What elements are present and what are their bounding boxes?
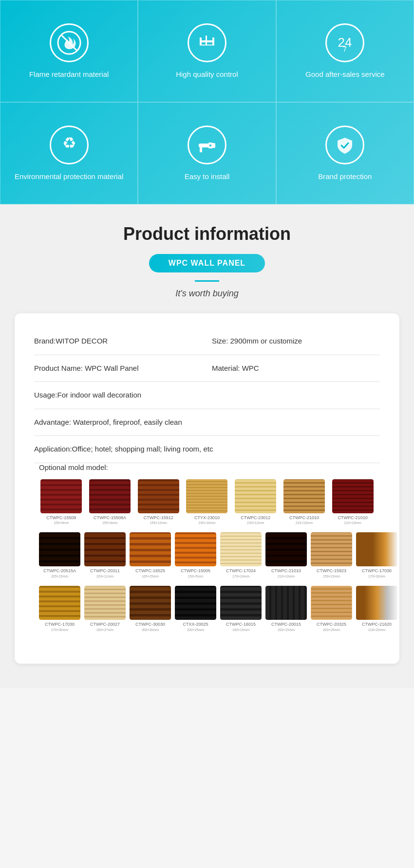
size-value: Size: 2900mm or customize: [212, 336, 380, 347]
list-item: CTWPC-15923 159×23mm: [311, 532, 352, 578]
list-item: CTWPC-16015 160×15mm: [220, 586, 262, 632]
list-item: CTWPC-21010 210×10mm: [265, 532, 307, 578]
product-row-2: CTWPC-20515A 205×15mm CTWPC-20311 203×11…: [39, 532, 375, 578]
list-item: CTWPC-23012 230×12mm: [233, 479, 278, 525]
svg-rect-5: [206, 36, 207, 45]
list-item: CTWPC-17030 170×30mm: [356, 532, 397, 578]
banner-section: Flame retardant material High quality co…: [0, 0, 414, 204]
shield-check-icon: [325, 126, 364, 164]
application-value: Application:Office; hotel; shopping mall…: [34, 445, 213, 453]
list-item: CTWPC-15509 155×9mm: [39, 479, 84, 525]
advantage-value: Advantage: Waterproof, fireproof, easily…: [34, 418, 182, 426]
product-info-section: Product information WPC WALL PANEL It's …: [0, 204, 414, 688]
svg-rect-3: [200, 37, 202, 45]
product-row-1: CTWPC-15509 155×9mm CTWPC-15508A 155×8mm…: [39, 479, 375, 525]
data-row-brand: Brand:WITOP DECOR Size: 2900mm or custom…: [34, 328, 380, 355]
list-item: CTWPC-15912 159×12mm: [136, 479, 181, 525]
list-item: CTWPC-20311 203×11mm: [84, 532, 126, 578]
product-name-value: Product Name: WPC Wall Panel: [34, 363, 202, 374]
list-item: CTWPC-21010 210×10mm: [282, 479, 327, 525]
section-title: Product information: [10, 224, 404, 244]
data-row-application: Application:Office; hotel; shopping mall…: [34, 436, 380, 463]
data-card: Brand:WITOP DECOR Size: 2900mm or custom…: [15, 313, 399, 664]
banner-cell-brand-protection: Brand protection: [276, 102, 414, 204]
flame-retardant-label: Flame retardant material: [29, 69, 109, 79]
quality-control-label: High quality control: [176, 69, 238, 79]
optional-label: Optional mold model:: [39, 463, 375, 471]
brand-value: Brand:WITOP DECOR: [34, 336, 202, 347]
subtitle: It's worth buying: [10, 289, 404, 299]
list-item: CTWPC-15508A 155×8mm: [88, 479, 132, 525]
brand-protection-label: Brand protection: [318, 171, 372, 181]
product-row-3: CTWPC-17030 170×30mm CTWPC-20027 200×27m…: [39, 586, 375, 632]
banner-cell-after-sales: 24 7 Good after-sales service: [276, 0, 414, 102]
environmental-label: Environmental protection material: [15, 171, 123, 181]
no-fire-icon: [50, 23, 89, 62]
list-item: CTWPC-20027 200×27mm: [84, 586, 126, 632]
svg-text:♻: ♻: [62, 134, 76, 152]
caliper-icon: [188, 23, 226, 62]
data-row-usage: Usage:For indoor wall decoration: [34, 382, 380, 409]
svg-rect-15: [200, 147, 202, 152]
banner-cell-flame-retardant: Flame retardant material: [0, 0, 138, 102]
list-item: CTWPC-20515A 205×15mm: [39, 532, 80, 578]
product-info-content: Product information WPC WALL PANEL It's …: [10, 224, 404, 664]
list-item: CTWPC-21620 216×20mm: [356, 586, 397, 632]
recycle-icon: ♻: [50, 126, 89, 164]
list-item: CTWPC-21010 210×10mm: [330, 479, 375, 525]
products-section: Optional mold model: CTWPC-15509 155×9mm…: [34, 463, 380, 649]
svg-rect-6: [200, 44, 214, 46]
after-sales-label: Good after-sales service: [305, 69, 385, 79]
data-row-advantage: Advantage: Waterproof, fireproof, easily…: [34, 409, 380, 436]
list-item: CTWPC-30030 300×30mm: [130, 586, 171, 632]
list-item: CTYX-23010 230×10mm: [185, 479, 229, 525]
easy-install-label: Easy to install: [185, 171, 230, 181]
usage-value: Usage:For indoor wall decoration: [34, 391, 141, 399]
list-item: CTWPC-16525 165×25mm: [130, 532, 171, 578]
banner-cell-quality-control: High quality control: [138, 0, 276, 102]
material-value: Material: WPC: [212, 363, 380, 374]
list-item: CTWPC-20325 203×25mm: [311, 586, 352, 632]
list-item: CTXX-20025 200×25mm: [175, 586, 216, 632]
list-item: CTWPC-17024 170×24mm: [220, 532, 262, 578]
list-item: CTWPC-20015 200×15mm: [265, 586, 307, 632]
svg-rect-11: [199, 144, 209, 147]
drill-icon: [188, 126, 226, 164]
data-row-product-name: Product Name: WPC Wall Panel Material: W…: [34, 355, 380, 382]
wpc-badge: WPC WALL PANEL: [149, 254, 265, 272]
list-item: CTWPC-17030 170×30mm: [39, 586, 80, 632]
banner-cell-easy-install: Easy to install: [138, 102, 276, 204]
list-item: CTWPC-15005 150×5mm: [175, 532, 216, 578]
svg-rect-14: [211, 143, 215, 148]
teal-divider: [195, 280, 219, 282]
headset-icon: 24 7: [325, 23, 364, 62]
banner-cell-environmental: ♻ Environmental protection material: [0, 102, 138, 204]
svg-rect-4: [212, 37, 214, 45]
